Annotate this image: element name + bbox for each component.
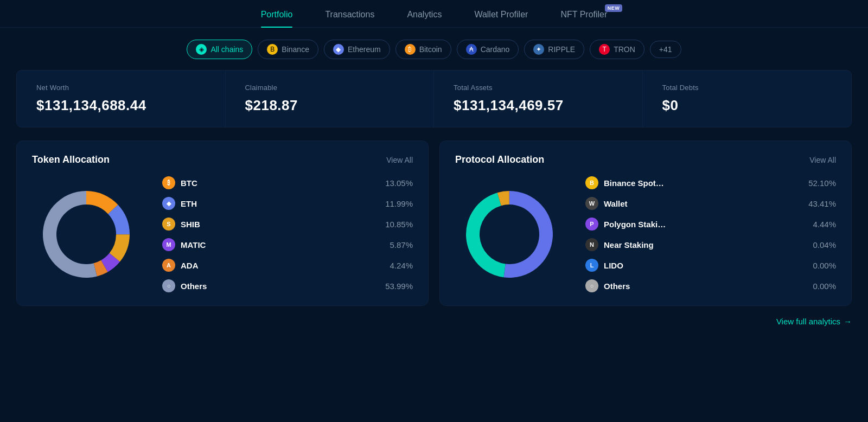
- legend-pct: 53.99%: [385, 282, 413, 291]
- legend-icon-LIDO: L: [585, 259, 598, 272]
- chain-label-binance: Binance: [282, 45, 309, 54]
- nav-item-wallet-profiler[interactable]: Wallet Profiler: [474, 10, 528, 27]
- chain-pill-more[interactable]: +41: [650, 41, 681, 58]
- legend-pct: 43.41%: [808, 199, 836, 208]
- protocol-legend: BBinance Spot…52.10%WWallet43.41%PPolygo…: [585, 176, 836, 292]
- legend-name: MATIC: [181, 240, 384, 250]
- chain-label-tron: TRON: [614, 45, 635, 54]
- legend-pct: 4.24%: [390, 261, 413, 270]
- chain-pill-allchains[interactable]: ◈All chains: [187, 40, 252, 59]
- legend-row: LLIDO0.00%: [585, 259, 836, 272]
- legend-pct: 0.00%: [813, 261, 836, 270]
- chain-pill-cardano[interactable]: ₳Cardano: [457, 40, 519, 59]
- legend-pct: 5.87%: [390, 240, 413, 250]
- legend-pct: 52.10%: [808, 178, 836, 188]
- chain-pill-ethereum[interactable]: ◆Ethereum: [324, 40, 390, 59]
- protocol-donut-chart: [455, 180, 564, 289]
- token-view-all-button[interactable]: View All: [386, 156, 413, 164]
- legend-name: ETH: [181, 199, 380, 208]
- legend-icon-Others: ○: [585, 279, 598, 292]
- protocol-allocation-title: Protocol Allocation: [455, 154, 544, 165]
- nav-item-transactions[interactable]: Transactions: [325, 10, 374, 27]
- legend-name: Wallet: [604, 199, 803, 208]
- chain-pill-ripple[interactable]: ✦RIPPLE: [524, 40, 584, 59]
- chain-label-ethereum: Ethereum: [348, 45, 381, 54]
- chain-filter: ◈All chainsBBinance◆Ethereum₿Bitcoin₳Car…: [0, 28, 868, 70]
- legend-row: AADA4.24%: [162, 259, 413, 272]
- nav-item-portfolio[interactable]: Portfolio: [261, 10, 293, 27]
- legend-icon-Binance Spot…: B: [585, 176, 598, 189]
- legend-pct: 10.85%: [385, 220, 413, 229]
- chain-label-allchains: All chains: [210, 45, 243, 54]
- legend-name: ADA: [181, 261, 384, 270]
- legend-icon-Polygon Staki…: P: [585, 218, 598, 231]
- legend-row: ₿BTC13.05%: [162, 176, 413, 189]
- legend-row: WWallet43.41%: [585, 197, 836, 210]
- stat-value-3: $0: [662, 97, 832, 114]
- legend-icon-ADA: A: [162, 259, 175, 272]
- legend-pct: 0.00%: [813, 282, 836, 291]
- protocol-allocation-card: Protocol Allocation View All BBinance Sp…: [439, 140, 852, 306]
- legend-icon-SHIB: S: [162, 218, 175, 231]
- ripple-icon: ✦: [533, 44, 544, 55]
- legend-row: BBinance Spot…52.10%: [585, 176, 836, 189]
- donut-segment-Wallet: [466, 193, 506, 277]
- stat-label-3: Total Debts: [662, 84, 832, 92]
- legend-name: Polygon Staki…: [604, 220, 807, 229]
- stats-row: Net Worth$131,134,688.44Claimable$218.87…: [16, 70, 852, 127]
- allchains-icon: ◈: [196, 44, 207, 55]
- token-donut-chart: [32, 180, 141, 289]
- legend-row: MMATIC5.87%: [162, 238, 413, 251]
- legend-row: ○Others0.00%: [585, 279, 836, 292]
- stat-card-3: Total Debts$0: [643, 71, 852, 127]
- stat-label-2: Total Assets: [454, 84, 623, 92]
- bitcoin-icon: ₿: [405, 44, 416, 55]
- tron-icon: T: [599, 44, 610, 55]
- protocol-view-all-button[interactable]: View All: [809, 156, 836, 164]
- legend-name: Others: [181, 282, 380, 291]
- chain-pill-bitcoin[interactable]: ₿Bitcoin: [395, 40, 451, 59]
- legend-row: ○Others53.99%: [162, 279, 413, 292]
- legend-icon-ETH: ◆: [162, 197, 175, 210]
- legend-row: PPolygon Staki…4.44%: [585, 218, 836, 231]
- legend-name: Binance Spot…: [604, 178, 803, 188]
- token-legend: ₿BTC13.05%◆ETH11.99%SSHIB10.85%MMATIC5.8…: [162, 176, 413, 292]
- legend-pct: 0.04%: [813, 240, 836, 250]
- nav-item-analytics[interactable]: Analytics: [407, 10, 442, 27]
- chain-pill-binance[interactable]: BBinance: [258, 40, 318, 59]
- chain-pill-tron[interactable]: TTRON: [590, 40, 644, 59]
- chain-label-cardano: Cardano: [481, 45, 510, 54]
- bottom-link-row: View full analytics →: [0, 317, 868, 337]
- legend-name: Near Staking: [604, 240, 807, 250]
- binance-icon: B: [267, 44, 278, 55]
- stat-card-2: Total Assets$131,134,469.57: [434, 71, 643, 127]
- donut-segment-Binance Spot…: [503, 191, 553, 278]
- legend-icon-BTC: ₿: [162, 176, 175, 189]
- legend-pct: 4.44%: [813, 220, 836, 229]
- chain-label-ripple: RIPPLE: [548, 45, 575, 54]
- arrow-icon: →: [844, 317, 852, 326]
- stat-value-1: $218.87: [245, 97, 414, 114]
- allocations-row: Token Allocation View All ₿BTC13.05%◆ETH…: [16, 140, 852, 306]
- chain-label-bitcoin: Bitcoin: [419, 45, 442, 54]
- stat-card-1: Claimable$218.87: [226, 71, 435, 127]
- stat-value-0: $131,134,688.44: [36, 97, 206, 114]
- stat-label-0: Net Worth: [36, 84, 206, 92]
- legend-name: BTC: [181, 178, 380, 188]
- view-full-analytics-button[interactable]: View full analytics →: [776, 317, 852, 326]
- chain-label-more: +41: [659, 45, 672, 54]
- legend-row: NNear Staking0.04%: [585, 238, 836, 251]
- new-badge: NEW: [605, 4, 623, 12]
- legend-row: SSHIB10.85%: [162, 218, 413, 231]
- legend-row: ◆ETH11.99%: [162, 197, 413, 210]
- stat-card-0: Net Worth$131,134,688.44: [17, 71, 226, 127]
- cardano-icon: ₳: [466, 44, 477, 55]
- legend-icon-Others: ○: [162, 279, 175, 292]
- legend-name: LIDO: [604, 261, 807, 270]
- legend-pct: 13.05%: [385, 178, 413, 188]
- legend-icon-MATIC: M: [162, 238, 175, 251]
- nav-item-nft-profiler[interactable]: NFT ProfilerNEW: [560, 10, 607, 27]
- stat-label-1: Claimable: [245, 84, 414, 92]
- legend-icon-Wallet: W: [585, 197, 598, 210]
- token-allocation-card: Token Allocation View All ₿BTC13.05%◆ETH…: [16, 140, 429, 306]
